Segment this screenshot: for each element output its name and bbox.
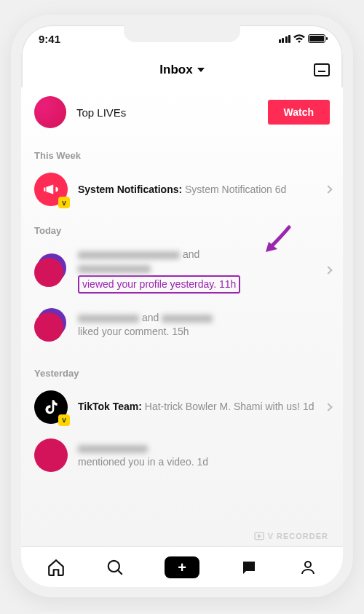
clock: 9:41 — [39, 33, 60, 45]
device-notch — [124, 25, 240, 42]
notification-list[interactable]: Top LIVEs Watch This Week v System Notif… — [21, 87, 343, 546]
home-tab[interactable] — [47, 558, 66, 577]
inbox-header: Inbox — [21, 52, 343, 87]
highlighted-action: viewed your profile yesterday. 11h — [78, 275, 240, 294]
notification-text: System Notifications: System Notificatio… — [78, 183, 315, 197]
phone-frame: 9:41 Inbox Top LIVEs Watch This Week v S — [11, 15, 353, 597]
notification-system[interactable]: v System Notifications: System Notificat… — [21, 165, 343, 213]
verified-badge: v — [58, 414, 70, 426]
watch-button[interactable]: Watch — [268, 100, 330, 125]
profile-tab[interactable] — [298, 558, 317, 577]
section-yesterday: Yesterday — [21, 363, 343, 383]
notification-profile-view[interactable]: and viewed your profile yesterday. 11h — [21, 240, 343, 301]
chevron-down-icon — [197, 68, 205, 72]
notification-text: and liked your comment. 15h — [78, 311, 334, 339]
chevron-right-icon — [324, 403, 332, 411]
top-lives-row[interactable]: Top LIVEs Watch — [21, 87, 343, 146]
notification-text: and viewed your profile yesterday. 11h — [78, 248, 315, 294]
page-title: Inbox — [159, 63, 192, 77]
notification-liked-comment[interactable]: and liked your comment. 15h — [21, 301, 343, 349]
plus-icon: + — [178, 560, 186, 575]
cellular-signal-icon — [279, 35, 291, 43]
inbox-title-dropdown[interactable]: Inbox — [159, 63, 204, 77]
notification-text: TikTok Team: Hat-trick Bowler M. Shami w… — [78, 400, 315, 414]
user-avatar — [34, 438, 68, 472]
create-button[interactable]: + — [165, 556, 199, 578]
svg-point-1 — [108, 560, 119, 571]
notification-text: mentioned you in a video. 1d — [78, 441, 334, 469]
stacked-avatars — [34, 308, 68, 342]
megaphone-icon: v — [34, 173, 68, 206]
notification-tiktok-team[interactable]: v TikTok Team: Hat-trick Bowler M. Shami… — [21, 383, 343, 431]
chevron-right-icon — [324, 185, 332, 193]
tiktok-logo-icon: v — [34, 390, 68, 424]
wifi-icon — [293, 34, 305, 43]
section-today: Today — [21, 221, 343, 240]
live-avatar — [34, 96, 66, 128]
live-title: Top LIVEs — [76, 106, 258, 119]
verified-badge: v — [58, 197, 70, 208]
notification-mention[interactable]: mentioned you in a video. 1d — [21, 431, 343, 479]
bottom-tab-bar: + — [21, 546, 343, 587]
discover-tab[interactable] — [106, 558, 124, 577]
section-this-week: This Week — [21, 146, 343, 165]
battery-icon — [308, 34, 325, 43]
chevron-right-icon — [324, 267, 332, 275]
dm-inbox-icon[interactable] — [314, 63, 330, 76]
inbox-tab[interactable] — [240, 558, 258, 577]
stacked-avatars — [34, 253, 68, 287]
svg-point-2 — [305, 562, 311, 567]
